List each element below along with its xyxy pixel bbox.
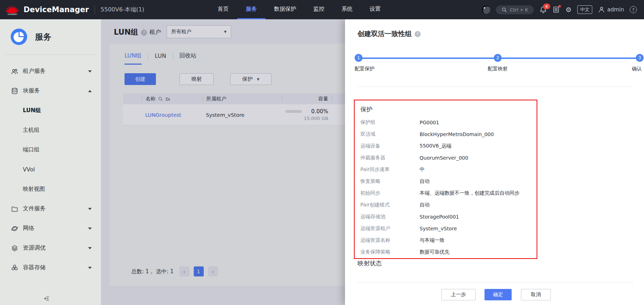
field-label: 业务保障策略 [360, 249, 420, 255]
field-label: 远端存储池 [360, 214, 420, 220]
chevron-down-icon [88, 70, 92, 72]
cancel-button[interactable]: 取消 [521, 289, 551, 300]
nav-monitor[interactable]: 监控 [305, 0, 333, 19]
layers-icon [11, 245, 19, 252]
sidebar-item-resource-tuning[interactable]: 资源调优 [0, 238, 101, 258]
step-3-label: 确认 [632, 66, 642, 72]
step-3-dot: 3 [636, 54, 644, 62]
sidebar-menu: 租户服务 块服务 LUN组 主机组 端口组 VVol 映射视图 文件服务 [0, 61, 101, 278]
field-value: 自动 [420, 178, 430, 185]
sidebar-item-block-services[interactable]: 块服务 [0, 81, 101, 101]
gear-icon[interactable]: ⚙ [566, 6, 572, 13]
protection-fields: 保护组PG0001 双活域BlockHyperMetroDomain_000 远… [360, 116, 531, 258]
brand-divider [95, 5, 95, 14]
field-row: 恢复策略自动 [360, 175, 531, 187]
topbar: HUAWEI DeviceManager 5500V6-本端(1) 首页 服务 … [0, 0, 644, 19]
field-row: 远端资源名称与本端一致 [360, 234, 531, 246]
field-row: 远端存储池StoragePool001 [360, 211, 531, 222]
brand: HUAWEI DeviceManager 5500V6-本端(1) [5, 4, 144, 15]
huawei-logo-icon: HUAWEI [5, 4, 20, 15]
confirm-button[interactable]: 确定 [485, 289, 512, 300]
sidebar-divider [4, 54, 97, 55]
step-2-dot: 2 [494, 54, 502, 62]
sidebar-title: 服务 [35, 31, 51, 42]
chevron-down-icon [88, 247, 92, 249]
field-value: 本端、远端数据不一致，创建完成后自动同步 [420, 190, 519, 196]
language-switcher[interactable]: 中文 [577, 5, 592, 14]
drawer-divider [358, 86, 632, 87]
nav-system[interactable]: 系统 [333, 0, 361, 19]
sidebar-item-label: LUN组 [23, 107, 41, 114]
field-label: Pair创建模式 [360, 202, 420, 208]
device-name[interactable]: 5500V6-本端(1) [101, 6, 144, 14]
topbar-right: Ctrl + K 4 ⚙ 中文 admin ? [482, 5, 644, 14]
sidebar-item-label: 映射视图 [23, 185, 45, 193]
sidebar-header: 服务 [0, 19, 101, 45]
previous-step-button[interactable]: 上一步 [441, 289, 476, 300]
sidebar-item-label: 网络 [23, 225, 34, 232]
sidebar-item-lun-group[interactable]: LUN组 [0, 101, 101, 120]
sidebar-item-port-group[interactable]: 端口组 [0, 140, 101, 160]
step-2-label: 配置映射 [488, 66, 508, 72]
drawer-title: 创建双活一致性组? [358, 29, 421, 39]
mapping-status-heading: 映射状态 [358, 259, 382, 268]
global-search[interactable]: Ctrl + K [496, 5, 534, 14]
field-row: 保护组PG0001 [360, 116, 531, 128]
sidebar-item-label: 资源调优 [23, 244, 46, 252]
sidebar: 服务 租户服务 块服务 LUN组 主机组 端口组 VVol 映射视图 [0, 19, 101, 305]
task-log-button[interactable] [553, 6, 560, 13]
sidebar-item-label: 端口组 [23, 146, 40, 154]
sidebar-item-container-storage[interactable]: 容器存储 [0, 258, 101, 278]
sidebar-item-network[interactable]: 网络 [0, 219, 101, 238]
users-icon [11, 68, 19, 75]
nav-data-protection[interactable]: 数据保护 [265, 0, 305, 19]
sidebar-item-vvol[interactable]: VVol [0, 160, 101, 179]
search-shortcut: Ctrl + K [510, 7, 528, 12]
sidebar-item-file-services[interactable]: 文件服务 [0, 199, 101, 219]
sidebar-item-label: 块服务 [23, 87, 40, 95]
user-menu[interactable]: admin [598, 6, 624, 13]
nav-home[interactable]: 首页 [209, 0, 237, 19]
field-value: 数据可靠优先 [420, 249, 450, 255]
nav-services[interactable]: 服务 [237, 0, 265, 19]
field-label: 恢复策略 [360, 178, 420, 185]
services-pie-icon [11, 29, 27, 45]
field-row: 远端设备5500V6_远端 [360, 140, 531, 152]
field-row: Pair同步速率中 [360, 164, 531, 175]
field-value: QuorumServer_000 [420, 155, 468, 161]
field-label: Pair同步速率 [360, 166, 420, 173]
search-icon [502, 7, 507, 12]
theme-toggle-icon[interactable] [482, 5, 490, 14]
step-1-label: 配置保护 [355, 66, 375, 72]
planet-icon [11, 225, 19, 232]
notification-badge: 4 [543, 4, 550, 9]
step-1-dot: 1 [355, 54, 362, 62]
field-row: 双活域BlockHyperMetroDomain_000 [360, 128, 531, 140]
chevron-up-icon [88, 90, 92, 92]
sidebar-collapse-button[interactable] [44, 296, 50, 301]
sidebar-item-label: 主机组 [23, 126, 40, 134]
field-row: 远端资源租户System_vStore [360, 222, 531, 234]
field-row: 初始同步本端、远端数据不一致，创建完成后自动同步 [360, 187, 531, 199]
notifications-button[interactable]: 4 [539, 6, 547, 14]
chevron-down-icon [88, 208, 92, 210]
sidebar-item-mapping-view[interactable]: 映射视图 [0, 179, 101, 199]
drawer-title-text: 创建双活一致性组 [358, 30, 412, 38]
hexagons-icon [11, 264, 19, 271]
drawer-help-icon[interactable]: ? [415, 31, 421, 37]
drawer-footer-divider [358, 282, 633, 282]
field-value: PG0001 [420, 120, 439, 125]
user-icon [598, 6, 605, 13]
field-label: 远端资源租户 [360, 225, 420, 232]
protection-summary-highlight-box: 保护 保护组PG0001 双活域BlockHyperMetroDomain_00… [354, 100, 537, 259]
help-icon[interactable]: ? [630, 6, 637, 13]
sidebar-item-host-group[interactable]: 主机组 [0, 120, 101, 140]
username: admin [607, 6, 624, 13]
sidebar-item-label: 租户服务 [23, 68, 46, 75]
sidebar-item-tenant-services[interactable]: 租户服务 [0, 61, 101, 81]
nav-settings[interactable]: 设置 [361, 0, 389, 19]
sidebar-item-label: 文件服务 [23, 205, 46, 212]
database-icon [11, 88, 19, 95]
field-label: 双活域 [360, 131, 420, 138]
chevron-down-icon [88, 267, 92, 269]
